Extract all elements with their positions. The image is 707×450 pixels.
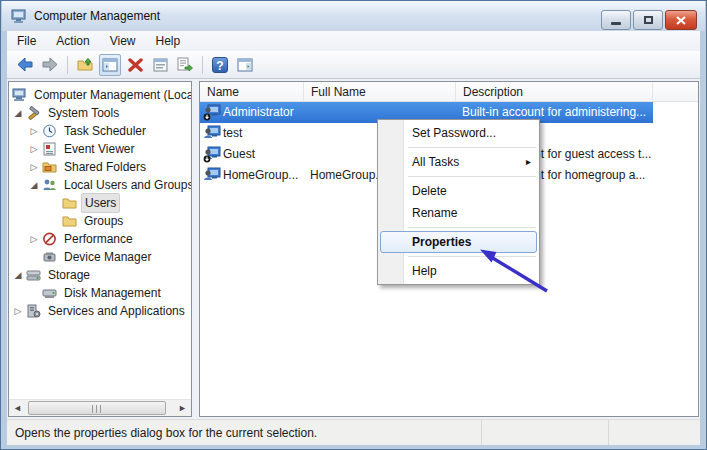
submenu-arrow-icon: ▸ xyxy=(526,151,531,173)
delete-button[interactable] xyxy=(124,54,146,76)
close-button[interactable] xyxy=(665,10,697,30)
tree-item-users[interactable]: Users xyxy=(9,194,191,212)
toolbar-separator xyxy=(67,56,68,74)
tree-item-label: Local Users and Groups xyxy=(61,176,191,194)
context-menu-set-password[interactable]: Set Password... xyxy=(378,122,539,144)
clock-icon xyxy=(41,124,57,138)
expander-expanded-icon[interactable]: ◢ xyxy=(11,104,25,122)
shared-folders-icon xyxy=(41,160,57,174)
properties-button[interactable] xyxy=(149,54,171,76)
minimize-button[interactable] xyxy=(601,10,631,30)
window-title: Computer Management xyxy=(34,9,160,23)
tree-item-system-tools[interactable]: ◢ System Tools xyxy=(9,104,191,122)
show-hide-action-pane-button[interactable] xyxy=(234,54,256,76)
account-name: Guest xyxy=(223,147,255,161)
status-text: Opens the properties dialog box for the … xyxy=(7,426,481,440)
menu-separator xyxy=(408,227,536,228)
expander-expanded-icon[interactable]: ◢ xyxy=(11,266,25,284)
context-menu-properties[interactable]: Properties xyxy=(380,231,537,253)
tree-item-label: Task Scheduler xyxy=(61,122,149,140)
status-bar: Opens the properties dialog box for the … xyxy=(7,419,700,445)
list-header: Name Full Name Description xyxy=(200,82,698,102)
menu-action[interactable]: Action xyxy=(54,32,99,50)
toolbar-separator xyxy=(202,56,203,74)
column-header-description[interactable]: Description xyxy=(456,82,653,101)
back-button[interactable] xyxy=(14,54,36,76)
tree-item-label: Computer Management (Local xyxy=(31,86,191,104)
close-icon xyxy=(676,16,686,25)
open-folder-button[interactable] xyxy=(74,54,96,76)
tree-item-disk-management[interactable]: Disk Management xyxy=(9,284,191,302)
computer-icon xyxy=(11,88,27,102)
context-menu-delete[interactable]: Delete xyxy=(378,180,539,202)
title-bar[interactable]: Computer Management xyxy=(2,1,705,31)
maximize-button[interactable] xyxy=(633,10,663,30)
tree-item-shared-folders[interactable]: ▷ Shared Folders xyxy=(9,158,191,176)
tree-item-storage[interactable]: ◢ Storage xyxy=(9,266,191,284)
account-name: Administrator xyxy=(223,105,294,119)
performance-icon xyxy=(41,232,57,246)
context-menu-rename[interactable]: Rename xyxy=(378,202,539,224)
account-name: test xyxy=(223,126,242,140)
tree-item-label: System Tools xyxy=(45,104,122,122)
status-cell xyxy=(481,420,608,445)
account-name: HomeGroup... xyxy=(223,168,298,182)
delete-icon xyxy=(128,58,143,72)
tree-item-performance[interactable]: ▷ Performance xyxy=(9,230,191,248)
scroll-left-arrow[interactable]: ◄ xyxy=(9,400,26,416)
column-header-name[interactable]: Name xyxy=(200,82,304,101)
tree-item-label: Storage xyxy=(45,266,93,284)
menu-view[interactable]: View xyxy=(108,32,146,50)
expander-collapsed-icon[interactable]: ▷ xyxy=(27,122,41,140)
help-icon: ? xyxy=(212,57,228,73)
app-icon xyxy=(11,9,27,24)
tree-item-local-users-and-groups[interactable]: ◢ Local Users and Groups xyxy=(9,176,191,194)
tree-item-event-viewer[interactable]: ▷ Event Viewer xyxy=(9,140,191,158)
tree-item-label: Shared Folders xyxy=(61,158,149,176)
content-area: Computer Management (Local ◢ System Tool… xyxy=(7,79,700,419)
expander-collapsed-icon[interactable]: ▷ xyxy=(27,140,41,158)
tree-item-services-and-applications[interactable]: ▷ Services and Applications xyxy=(9,302,191,320)
menu-file[interactable]: File xyxy=(15,32,46,50)
context-menu-help[interactable]: Help xyxy=(378,260,539,282)
users-groups-icon xyxy=(41,178,57,192)
show-hide-console-tree-button[interactable] xyxy=(99,54,121,76)
tools-icon xyxy=(25,106,41,120)
console-tree-icon xyxy=(102,58,118,72)
tree-item-label: Disk Management xyxy=(61,284,164,302)
menu-separator xyxy=(408,256,536,257)
tree-item-label: Device Manager xyxy=(61,248,154,266)
expander-collapsed-icon[interactable]: ▷ xyxy=(27,230,41,248)
action-pane-icon xyxy=(237,58,253,72)
menu-help[interactable]: Help xyxy=(154,32,191,50)
tree-item-device-manager[interactable]: Device Manager xyxy=(9,248,191,266)
expander-collapsed-icon[interactable]: ▷ xyxy=(11,302,25,320)
tree-item-label: Groups xyxy=(81,212,126,230)
export-list-icon xyxy=(177,57,193,72)
computer-management-window: Computer Management File Action View Hel… xyxy=(0,0,707,450)
tree-item-task-scheduler[interactable]: ▷ Task Scheduler xyxy=(9,122,191,140)
toolbar: ? xyxy=(7,51,700,79)
scroll-right-arrow[interactable]: ► xyxy=(174,400,191,416)
scrollbar-thumb[interactable] xyxy=(28,401,166,415)
help-button[interactable]: ? xyxy=(209,54,231,76)
tree-item-label: Services and Applications xyxy=(45,302,188,320)
column-header-full-name[interactable]: Full Name xyxy=(304,82,456,101)
forward-button[interactable] xyxy=(39,54,61,76)
tree-item-label: Event Viewer xyxy=(61,140,137,158)
status-cell xyxy=(608,420,700,445)
folder-icon xyxy=(61,214,77,228)
tree-item-groups[interactable]: Groups xyxy=(9,212,191,230)
user-account-icon xyxy=(203,146,221,165)
forward-icon xyxy=(41,57,59,72)
menu-item-label: All Tasks xyxy=(412,155,459,169)
tree-horizontal-scrollbar[interactable]: ◄ ► xyxy=(9,399,191,416)
expander-collapsed-icon[interactable]: ▷ xyxy=(27,158,41,176)
export-list-button[interactable] xyxy=(174,54,196,76)
console-tree: Computer Management (Local ◢ System Tool… xyxy=(9,82,191,399)
open-folder-icon xyxy=(77,57,94,72)
expander-expanded-icon[interactable]: ◢ xyxy=(27,176,41,194)
context-menu-all-tasks[interactable]: All Tasks ▸ xyxy=(378,151,539,173)
tree-item-computer-management[interactable]: Computer Management (Local xyxy=(9,86,191,104)
menu-separator xyxy=(408,147,536,148)
